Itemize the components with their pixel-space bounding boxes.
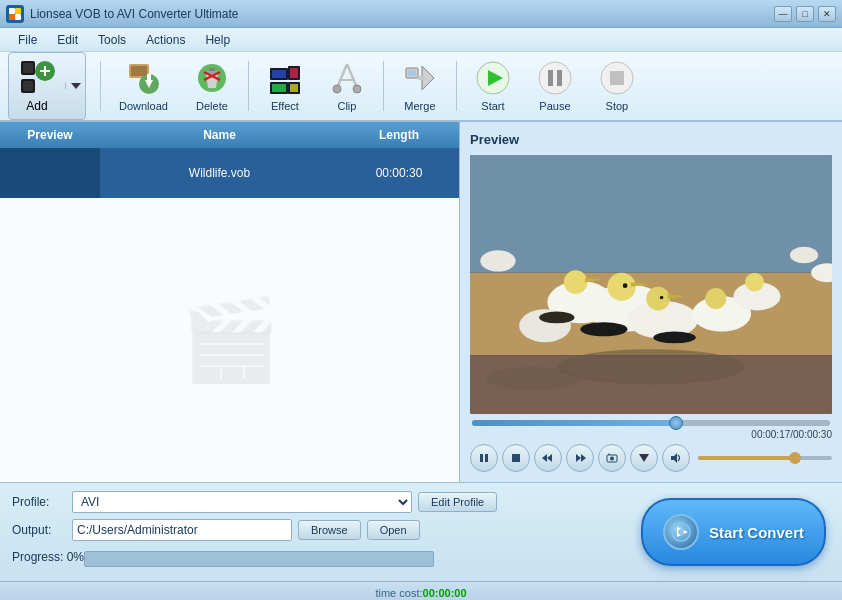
play-pause-ctrl[interactable] (470, 444, 498, 472)
svg-rect-0 (9, 8, 15, 14)
menu-file[interactable]: File (8, 31, 47, 49)
minimize-button[interactable]: — (774, 6, 792, 22)
clip-button[interactable]: Clip (317, 54, 377, 118)
cell-length: 00:00:30 (339, 162, 459, 184)
svg-point-30 (333, 85, 341, 93)
convert-icon (663, 514, 699, 550)
seek-thumb[interactable] (669, 416, 683, 430)
download-button[interactable]: Download (107, 54, 180, 118)
svg-marker-77 (581, 454, 586, 462)
svg-rect-27 (290, 84, 298, 92)
volume-thumb[interactable] (789, 452, 801, 464)
time-cost-value: 00:00:00 (423, 587, 467, 599)
delete-button[interactable]: Delete (182, 54, 242, 118)
svg-point-56 (705, 288, 726, 309)
time-total: 00:00:30 (793, 429, 832, 440)
svg-rect-8 (44, 66, 46, 76)
svg-point-55 (564, 270, 588, 294)
svg-point-54 (646, 287, 670, 311)
add-button[interactable]: Add (9, 53, 65, 119)
cell-name: Wildlife.vob (100, 162, 339, 184)
merge-button[interactable]: Merge (390, 54, 450, 118)
edit-profile-button[interactable]: Edit Profile (418, 492, 497, 512)
browse-button[interactable]: Browse (298, 520, 361, 540)
clip-icon (329, 60, 365, 96)
svg-point-62 (660, 296, 664, 300)
svg-point-63 (580, 322, 627, 336)
profile-select[interactable]: AVI (72, 491, 412, 513)
svg-rect-21 (272, 70, 286, 78)
download-icon (125, 60, 161, 96)
svg-rect-73 (512, 454, 520, 462)
effect-label: Effect (271, 100, 299, 112)
delete-icon (194, 60, 230, 96)
add-button-group: Add (8, 52, 86, 120)
start-button[interactable]: Start (463, 54, 523, 118)
volume-bar[interactable] (698, 456, 832, 460)
svg-point-57 (745, 273, 764, 292)
time-display: 00:00:17/00:00:30 (470, 429, 832, 440)
start-convert-label: Start Convert (709, 524, 804, 541)
svg-point-61 (623, 283, 628, 288)
player-controls (470, 444, 832, 472)
title-bar: Lionsea VOB to AVI Converter Ultimate — … (0, 0, 842, 28)
stop-ctrl[interactable] (502, 444, 530, 472)
dropdown-ctrl[interactable] (630, 444, 658, 472)
svg-rect-23 (290, 68, 298, 78)
stop-label: Stop (606, 100, 629, 112)
toolbar-separator-2 (248, 61, 249, 111)
time-current: 00:00:17 (751, 429, 790, 440)
svg-rect-40 (548, 70, 553, 86)
add-dropdown-arrow[interactable] (65, 83, 85, 89)
clip-label: Clip (337, 100, 356, 112)
app-icon (6, 5, 24, 23)
menu-actions[interactable]: Actions (136, 31, 195, 49)
profile-label: Profile: (12, 495, 72, 509)
output-label: Output: (12, 523, 72, 537)
volume-ctrl[interactable] (662, 444, 690, 472)
svg-rect-1 (15, 8, 21, 14)
start-icon (475, 60, 511, 96)
svg-marker-81 (639, 454, 649, 462)
forward-ctrl[interactable] (566, 444, 594, 472)
svg-rect-2 (9, 14, 15, 20)
pause-label: Pause (539, 100, 570, 112)
effect-button[interactable]: Effect (255, 54, 315, 118)
start-convert-button[interactable]: Start Convert (641, 498, 826, 566)
svg-marker-82 (671, 453, 677, 463)
app-title: Lionsea VOB to AVI Converter Ultimate (30, 7, 774, 21)
svg-rect-72 (485, 454, 488, 462)
snapshot-ctrl[interactable] (598, 444, 626, 472)
volume-fill (698, 456, 792, 460)
open-button[interactable]: Open (367, 520, 420, 540)
convert-area: Start Convert (641, 493, 826, 571)
progress-bar-container (84, 551, 434, 567)
download-label: Download (119, 100, 168, 112)
add-label: Add (26, 99, 47, 113)
svg-rect-19 (209, 68, 215, 71)
svg-point-64 (653, 332, 695, 344)
menu-edit[interactable]: Edit (47, 31, 88, 49)
stop-button[interactable]: Stop (587, 54, 647, 118)
pause-button[interactable]: Pause (525, 54, 585, 118)
close-button[interactable]: ✕ (818, 6, 836, 22)
seek-bar[interactable] (472, 420, 830, 426)
menu-bar: File Edit Tools Actions Help (0, 28, 842, 52)
menu-tools[interactable]: Tools (88, 31, 136, 49)
svg-rect-13 (131, 66, 147, 76)
rewind-ctrl[interactable] (534, 444, 562, 472)
output-input[interactable] (72, 519, 292, 541)
list-header: Preview Name Length (0, 122, 459, 148)
svg-rect-10 (23, 81, 33, 91)
preview-panel: Preview (460, 122, 842, 482)
menu-help[interactable]: Help (195, 31, 240, 49)
svg-rect-41 (557, 70, 562, 86)
svg-rect-43 (610, 71, 624, 85)
svg-rect-71 (480, 454, 483, 462)
video-preview (470, 155, 832, 414)
maximize-button[interactable]: □ (796, 6, 814, 22)
toolbar-separator-3 (383, 61, 384, 111)
table-row[interactable]: Wildlife.vob 00:00:30 (0, 148, 459, 198)
svg-rect-34 (408, 70, 416, 76)
svg-rect-5 (23, 63, 33, 73)
